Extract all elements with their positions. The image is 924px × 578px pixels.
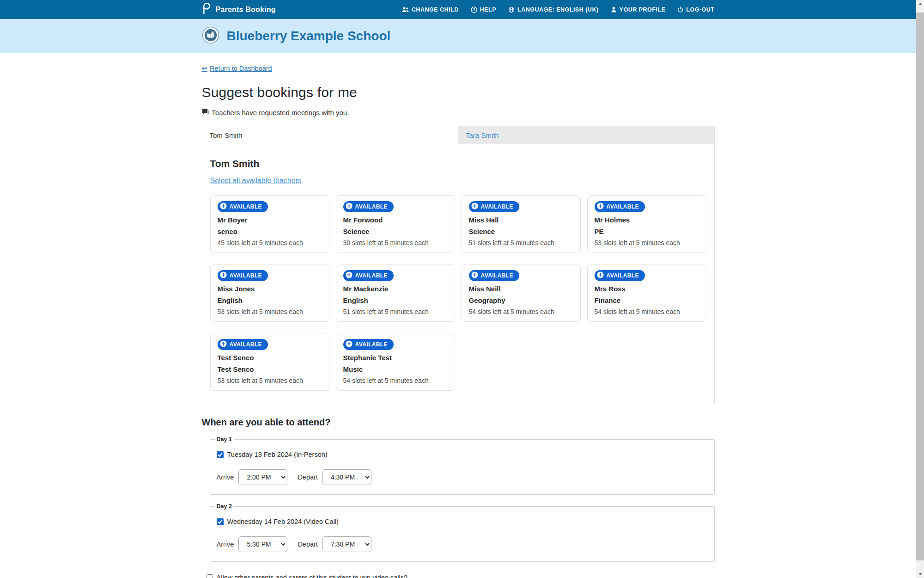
child-tabs: Tom Smith Tara Smith xyxy=(202,126,715,144)
teacher-subject: Science xyxy=(469,228,573,235)
nav-help-label: HELP xyxy=(480,6,496,13)
day-1-arrive-select[interactable]: 2:00 PM xyxy=(238,469,287,485)
teacher-card[interactable]: AVAILABLE Stephanie Test Music 54 slots … xyxy=(336,333,455,391)
nav-change-child[interactable]: CHANGE CHILD xyxy=(402,6,459,13)
return-to-dashboard-label: Return to Dashboard xyxy=(210,65,272,72)
plus-circle-icon xyxy=(597,271,604,280)
plus-circle-icon xyxy=(220,203,227,211)
plus-circle-icon xyxy=(597,203,604,211)
available-badge: AVAILABLE xyxy=(218,270,268,281)
day-1-fieldset: Day 1 Tuesday 13 Feb 2024 (In-Person) Ar… xyxy=(210,436,715,495)
nav-help[interactable]: ? HELP xyxy=(471,6,496,13)
tab-tom-smith[interactable]: Tom Smith xyxy=(202,126,459,144)
day-2-checkbox[interactable] xyxy=(217,518,224,525)
school-header: Blueberry Example School xyxy=(0,19,916,53)
allow-other-parents-label[interactable]: Allow other parents and carers of this s… xyxy=(217,574,407,578)
day-2-arrive-select[interactable]: 5:30 PM xyxy=(238,536,287,552)
plus-circle-icon xyxy=(471,271,478,280)
nav-your-profile-label: YOUR PROFILE xyxy=(620,6,666,13)
school-crest-icon xyxy=(202,26,219,46)
day-1-depart-select[interactable]: 4:30 PM xyxy=(322,469,371,485)
return-arrow-icon: ↩ xyxy=(202,64,208,73)
allow-other-parents-checkbox[interactable] xyxy=(207,574,213,578)
day-2-depart-label: Depart xyxy=(298,541,318,548)
teacher-name: Miss Hall xyxy=(469,216,573,224)
teacher-subject: Finance xyxy=(595,296,699,304)
nav-language[interactable]: LANGUAGE: ENGLISH (UK) xyxy=(508,6,599,13)
teacher-card[interactable]: AVAILABLE Mrs Ross Finance 54 slots left… xyxy=(587,264,706,322)
available-badge-label: AVAILABLE xyxy=(355,341,388,348)
teacher-name: Mr Forwood xyxy=(343,216,448,224)
teacher-name: Stephanie Test xyxy=(343,354,448,362)
teacher-subject: Science xyxy=(343,228,448,235)
available-badge-label: AVAILABLE xyxy=(230,272,262,279)
plus-circle-icon xyxy=(220,271,227,280)
day-1-date-label[interactable]: Tuesday 13 Feb 2024 (In-Person) xyxy=(227,451,328,458)
day-1-checkbox[interactable] xyxy=(217,451,224,458)
teacher-subject: Music xyxy=(343,365,448,373)
teacher-slots: 51 slots left at 5 minutes each xyxy=(469,239,573,246)
page-title: Suggest bookings for me xyxy=(202,85,715,100)
teacher-card[interactable]: AVAILABLE Miss Hall Science 51 slots lef… xyxy=(462,195,581,253)
plus-circle-icon xyxy=(346,340,353,349)
main-content: ↩ Return to Dashboard Suggest bookings f… xyxy=(202,53,715,578)
tab-tara-smith[interactable]: Tara Smith xyxy=(458,126,715,144)
teacher-name: Mrs Ross xyxy=(595,285,699,293)
select-all-teachers-link[interactable]: Select all available teachers xyxy=(210,177,302,185)
scrollbar-up-button[interactable] xyxy=(916,0,924,8)
nav-items: CHANGE CHILD ? HELP xyxy=(402,6,715,13)
day-2-depart-select[interactable]: 7:30 PM xyxy=(322,536,371,552)
available-badge-label: AVAILABLE xyxy=(607,203,639,210)
day-2-legend: Day 2 xyxy=(215,503,234,510)
nav-language-label: LANGUAGE: ENGLISH (UK) xyxy=(517,6,599,13)
teacher-slots: 30 slots left at 5 minutes each xyxy=(343,239,448,246)
teacher-card[interactable]: AVAILABLE Miss Jones English 53 slots le… xyxy=(210,264,329,322)
teacher-card[interactable]: AVAILABLE Mr Holmes PE 53 slots left at … xyxy=(587,195,706,253)
scrollbar-thumb[interactable] xyxy=(916,12,924,560)
available-badge-label: AVAILABLE xyxy=(355,203,388,210)
page-subtitle-text: Teachers have requested meetings with yo… xyxy=(212,109,349,117)
available-badge: AVAILABLE xyxy=(595,270,645,281)
teacher-card[interactable]: AVAILABLE Mr Forwood Science 30 slots le… xyxy=(336,195,455,253)
teacher-card[interactable]: AVAILABLE Miss Neill Geography 54 slots … xyxy=(462,264,581,322)
teacher-grid: AVAILABLE Mr Boyer senco 45 slots left a… xyxy=(210,195,706,391)
available-badge-label: AVAILABLE xyxy=(230,341,262,348)
available-badge: AVAILABLE xyxy=(343,339,394,350)
nav-your-profile[interactable]: YOUR PROFILE xyxy=(611,6,666,13)
available-badge: AVAILABLE xyxy=(218,339,268,350)
top-nav: Parents Booking CHANGE CHILD xyxy=(0,0,916,19)
teacher-slots: 53 slots left at 5 minutes each xyxy=(218,308,322,315)
teacher-card[interactable]: AVAILABLE Test Senco Test Senco 53 slots… xyxy=(210,333,329,391)
available-badge-label: AVAILABLE xyxy=(481,203,514,210)
day-2-arrive-label: Arrive xyxy=(217,541,234,548)
teacher-name: Miss Neill xyxy=(469,285,573,293)
comment-icon xyxy=(202,109,209,117)
teacher-subject: Test Senco xyxy=(218,365,322,373)
scroll-up-icon xyxy=(918,3,922,5)
available-badge: AVAILABLE xyxy=(469,270,520,281)
return-to-dashboard-link[interactable]: ↩ Return to Dashboard xyxy=(202,64,272,73)
plus-circle-icon xyxy=(346,203,353,211)
nav-change-child-label: CHANGE CHILD xyxy=(412,6,459,13)
teacher-slots: 54 slots left at 5 minutes each xyxy=(469,308,573,315)
day-1-legend: Day 1 xyxy=(215,436,234,443)
day-1-arrive-label: Arrive xyxy=(217,473,234,481)
teacher-card[interactable]: AVAILABLE Mr Boyer senco 45 slots left a… xyxy=(210,195,329,253)
panel-heading: Tom Smith xyxy=(210,158,706,169)
parents-booking-logo-icon xyxy=(202,3,212,16)
attend-heading: When are you able to attend? xyxy=(202,417,715,428)
teacher-name: Mr Holmes xyxy=(595,216,699,224)
day-2-date-label[interactable]: Wednesday 14 Feb 2024 (Video Call) xyxy=(227,518,339,525)
available-badge: AVAILABLE xyxy=(343,270,394,281)
plus-circle-icon xyxy=(220,340,227,349)
teacher-subject: senco xyxy=(218,228,322,235)
person-icon xyxy=(611,6,617,12)
teacher-name: Miss Jones xyxy=(218,285,322,293)
teacher-slots: 53 slots left at 5 minutes each xyxy=(218,377,322,384)
school-name: Blueberry Example School xyxy=(227,29,391,43)
brand-link[interactable]: Parents Booking xyxy=(202,3,276,16)
scrollbar-down-button[interactable] xyxy=(916,570,924,578)
brand-name: Parents Booking xyxy=(216,6,276,14)
teacher-card[interactable]: AVAILABLE Mr Mackenzie English 51 slots … xyxy=(336,264,455,322)
nav-log-out[interactable]: LOG-OUT xyxy=(677,6,714,13)
